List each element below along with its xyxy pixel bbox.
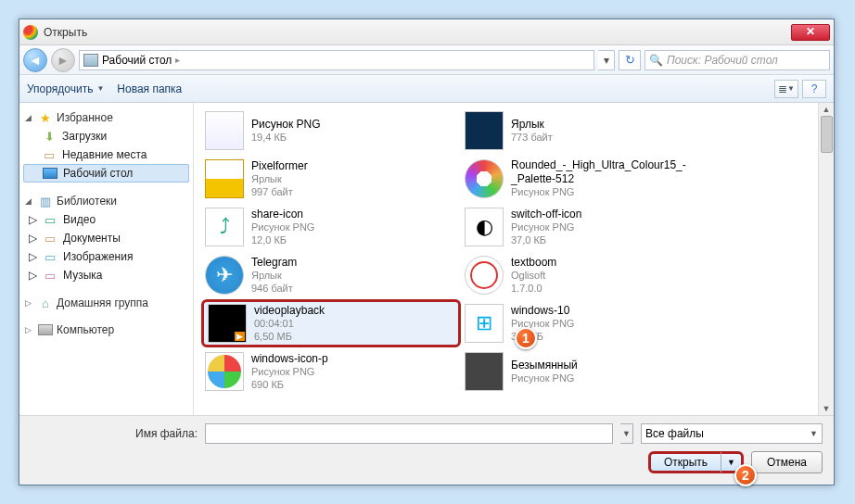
file-name: Безымянный — [511, 359, 578, 372]
annotation-marker-2: 2 — [734, 464, 757, 486]
cancel-button[interactable]: Отмена — [751, 451, 823, 473]
breadcrumb-dropdown[interactable]: ▾ — [598, 50, 615, 70]
chevron-down-icon: ▼ — [96, 84, 104, 93]
search-placeholder: Поиск: Рабочий стол — [667, 54, 778, 67]
file-type: Рисунок PNG — [251, 221, 314, 234]
sidebar-item-video[interactable]: ▷▭Видео — [19, 210, 193, 229]
scroll-up-icon[interactable]: ▲ — [823, 105, 831, 114]
open-button[interactable]: Открыть ▼ — [648, 451, 744, 473]
sidebar-favorites-header[interactable]: ◢★Избранное — [19, 108, 193, 127]
annotation-marker-1: 1 — [515, 327, 537, 349]
file-item[interactable]: Ярлык773 байт — [461, 107, 721, 155]
file-thumb — [465, 352, 504, 391]
file-thumb — [465, 159, 504, 198]
dialog-footer: Имя файла: ▼ Все файлы ▼ Открыть ▼ 2 Отм… — [19, 415, 834, 485]
file-size: 773 байт — [511, 132, 553, 145]
filename-input[interactable] — [205, 423, 613, 444]
search-icon: 🔍 — [649, 54, 663, 67]
file-type: Рисунок PNG — [511, 221, 581, 234]
filetype-combo[interactable]: Все файлы ▼ — [641, 423, 823, 444]
navbar: ◄ ► Рабочий стол ▸ ▾ ↻ 🔍 Поиск: Рабочий … — [19, 45, 834, 75]
file-item[interactable]: Rounded_-_High_Ultra_Colour15_-_Palette-… — [461, 155, 721, 203]
file-type: Ярлык — [251, 270, 297, 283]
file-thumb: ◐ — [465, 208, 504, 246]
forward-button[interactable]: ► — [51, 48, 75, 72]
chrome-icon — [23, 25, 38, 40]
view-buttons: ≣ ▼ ? — [774, 80, 826, 98]
sidebar-computer-header[interactable]: ▷Компьютер — [19, 321, 193, 338]
file-name: Рисунок PNG — [251, 118, 321, 132]
back-button[interactable]: ◄ — [23, 48, 47, 72]
file-size: 12,0 КБ — [251, 234, 314, 247]
file-thumb — [465, 111, 504, 150]
file-thumb: ⊞ — [465, 304, 504, 343]
sidebar-item-desktop[interactable]: Рабочий стол — [23, 164, 189, 183]
file-type: Ярлык — [251, 173, 308, 186]
chevron-down-icon: ▼ — [810, 429, 818, 438]
search-input[interactable]: 🔍 Поиск: Рабочий стол — [644, 50, 830, 70]
file-item[interactable]: textboomOglisoft1.7.0.0 — [461, 251, 721, 299]
file-pane[interactable]: Рисунок PNG19,4 КБЯрлык773 байтPixelform… — [194, 103, 818, 415]
toolbar: Упорядочить ▼ Новая папка ≣ ▼ ? — [19, 75, 834, 103]
help-button[interactable]: ? — [802, 80, 826, 98]
file-item[interactable]: windows-icon-pРисунок PNG690 КБ — [201, 347, 461, 396]
breadcrumb[interactable]: Рабочий стол ▸ — [79, 50, 594, 70]
titlebar[interactable]: Открыть ✕ — [19, 19, 834, 45]
sidebar-item-recent[interactable]: ▭Недавние места — [19, 145, 193, 164]
organize-menu[interactable]: Упорядочить ▼ — [27, 82, 104, 95]
drive-icon — [83, 54, 98, 67]
file-size: 19,4 КБ — [251, 132, 321, 145]
file-item[interactable]: ◐switch-off-iconРисунок PNG37,0 КБ — [461, 203, 721, 251]
scroll-thumb[interactable] — [821, 116, 833, 153]
file-name: windows-10 — [511, 304, 574, 318]
dialog-body: ◢★Избранное ⬇Загрузки ▭Недавние места Ра… — [19, 103, 834, 415]
sidebar: ◢★Избранное ⬇Загрузки ▭Недавние места Ра… — [19, 103, 194, 415]
file-thumb — [205, 111, 244, 150]
new-folder-button[interactable]: Новая папка — [117, 82, 182, 95]
file-name: Pixelformer — [251, 159, 308, 173]
scroll-down-icon[interactable]: ▼ — [823, 404, 831, 413]
file-type: Рисунок PNG — [251, 366, 328, 379]
file-thumb: ✈ — [205, 256, 244, 295]
file-item[interactable]: ⊞windows-10Рисунок PNG374 КБ — [461, 299, 721, 347]
file-size: 6,50 МБ — [254, 331, 325, 344]
scrollbar[interactable]: ▲ ▼ — [818, 103, 834, 415]
organize-label: Упорядочить — [27, 82, 93, 95]
filename-label: Имя файла: — [31, 427, 198, 440]
file-item[interactable]: БезымянныйРисунок PNG — [461, 347, 721, 396]
file-type: Рисунок PNG — [511, 186, 717, 199]
file-size: 37,0 КБ — [511, 234, 581, 247]
file-thumb — [205, 352, 244, 391]
sidebar-homegroup-header[interactable]: ▷⌂Домашняя группа — [19, 294, 193, 312]
close-button[interactable]: ✕ — [791, 24, 830, 41]
file-thumb — [205, 159, 244, 198]
file-name: Ярлык — [511, 118, 553, 132]
sidebar-libraries-header[interactable]: ◢▥Библиотеки — [19, 192, 193, 210]
sidebar-item-documents[interactable]: ▷▭Документы — [19, 229, 193, 247]
filename-dropdown[interactable]: ▼ — [620, 423, 633, 444]
chevron-right-icon[interactable]: ▸ — [175, 55, 180, 65]
sidebar-item-images[interactable]: ▷▭Изображения — [19, 247, 193, 266]
filetype-label: Все файлы — [645, 427, 704, 440]
cancel-button-label: Отмена — [767, 456, 807, 469]
file-name: textboom — [511, 256, 556, 270]
file-item[interactable]: ✈TelegramЯрлык946 байт — [201, 251, 461, 299]
file-thumb — [465, 256, 504, 295]
open-dialog: Открыть ✕ ◄ ► Рабочий стол ▸ ▾ ↻ 🔍 Поиск… — [19, 19, 835, 485]
sidebar-item-music[interactable]: ▷▭Музыка — [19, 266, 193, 284]
sidebar-item-downloads[interactable]: ⬇Загрузки — [19, 127, 193, 145]
file-item[interactable]: videoplayback00:04:016,50 МБ — [201, 299, 461, 347]
file-thumb — [208, 304, 247, 343]
new-folder-label: Новая папка — [117, 82, 182, 95]
file-name: share-icon — [251, 208, 314, 221]
view-mode-button[interactable]: ≣ ▼ — [774, 80, 798, 98]
file-size: 690 КБ — [251, 379, 328, 392]
open-button-label: Открыть — [651, 452, 721, 472]
file-size: 1.7.0.0 — [511, 283, 556, 296]
file-name: windows-icon-p — [251, 352, 328, 366]
file-item[interactable]: ⤴share-iconРисунок PNG12,0 КБ — [201, 203, 461, 251]
breadcrumb-location[interactable]: Рабочий стол — [102, 54, 172, 67]
file-item[interactable]: Рисунок PNG19,4 КБ — [201, 107, 461, 155]
file-item[interactable]: PixelformerЯрлык997 байт — [201, 155, 461, 203]
refresh-button[interactable]: ↻ — [619, 50, 641, 70]
